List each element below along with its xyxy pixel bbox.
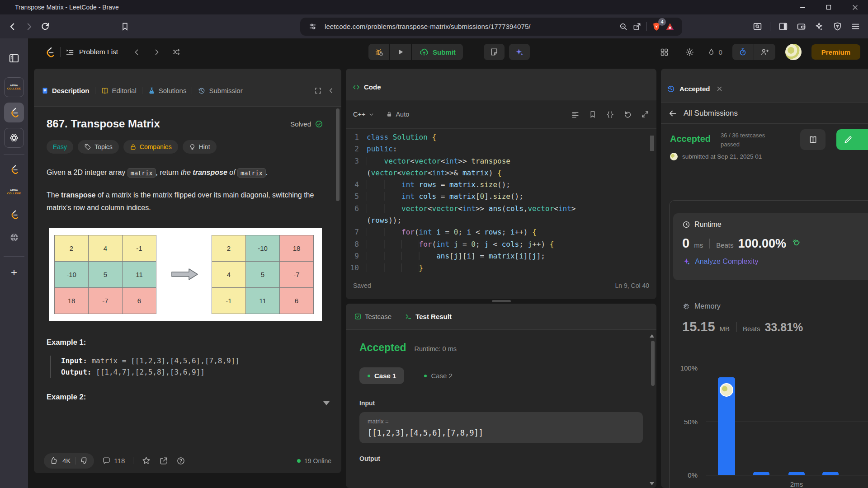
- analyze-complexity-link[interactable]: Analyze Complexity: [682, 257, 868, 266]
- thumbs-down-icon[interactable]: [80, 456, 89, 465]
- tab-test-result[interactable]: Test Result: [404, 311, 453, 322]
- tab-apna-college[interactable]: APNACOLLEGE: [4, 77, 24, 97]
- editorial-book-button[interactable]: [800, 129, 826, 150]
- timer-icon[interactable]: [732, 47, 754, 56]
- tab-description[interactable]: Description: [40, 85, 90, 96]
- back-arrow-icon[interactable]: [668, 109, 677, 118]
- braces-icon[interactable]: [606, 110, 614, 119]
- brave-shield-icon[interactable]: 4: [650, 20, 663, 33]
- test-scroll-down[interactable]: [650, 482, 654, 485]
- tab-accepted-submission[interactable]: Accepted: [666, 84, 710, 94]
- back-button[interactable]: [5, 19, 21, 35]
- input-box[interactable]: matrix = [[1,2,3],[4,5,6],[7,8,9]]: [359, 412, 643, 443]
- favicon-globe[interactable]: [4, 227, 24, 247]
- auto-save-toggle[interactable]: Auto: [386, 111, 409, 118]
- code-line[interactable]: 8 for(int j = 0; j < cols; j++) {: [346, 239, 656, 250]
- share-solution-icon[interactable]: [159, 456, 168, 465]
- test-scroll-up[interactable]: [650, 334, 654, 338]
- sidebar-panel-icon[interactable]: [775, 19, 791, 35]
- code-line[interactable]: 7 for(int i = 0; i < rows; i++) {: [346, 226, 656, 238]
- shuffle-icon[interactable]: [169, 44, 184, 60]
- tab-chatgpt[interactable]: [4, 128, 24, 148]
- fullscreen-icon[interactable]: [314, 87, 322, 94]
- code-line[interactable]: 1class Solution {: [346, 131, 656, 143]
- close-button[interactable]: [842, 0, 868, 14]
- chart-bar-3ms[interactable]: [822, 472, 839, 475]
- wallet-icon[interactable]: [793, 19, 809, 35]
- help-icon[interactable]: [176, 456, 185, 465]
- run-button[interactable]: [390, 44, 411, 60]
- url-text[interactable]: leetcode.com/problems/transpose-matrix/s…: [325, 23, 617, 30]
- expand-editor-icon[interactable]: [641, 110, 649, 119]
- submit-button[interactable]: Submit: [412, 44, 463, 60]
- favicon-leetcode-2[interactable]: [4, 205, 24, 225]
- bookmark-icon[interactable]: [117, 19, 133, 35]
- leo-ai-icon[interactable]: [811, 19, 827, 35]
- code-line[interactable]: 10 }: [346, 262, 656, 274]
- code-line[interactable]: 3 vector<vector<int>> transpose: [346, 155, 656, 167]
- test-scrollbar[interactable]: [651, 341, 655, 386]
- language-selector[interactable]: C++: [353, 111, 374, 118]
- case-1-tab[interactable]: Case 1: [359, 367, 404, 384]
- memory-tile[interactable]: Memory 15.15 MB Beats 33.81%: [682, 302, 868, 334]
- scroll-down-indicator[interactable]: [323, 401, 330, 405]
- write-solution-button[interactable]: [836, 129, 868, 150]
- menu-icon[interactable]: [847, 19, 863, 35]
- tab-testcase[interactable]: Testcase: [353, 311, 392, 322]
- layout-grid-icon[interactable]: [656, 44, 672, 60]
- ai-sparkles-button[interactable]: [509, 44, 530, 60]
- code-line[interactable]: 5 int cols = matrix[0].size();: [346, 191, 656, 202]
- premium-button[interactable]: Premium: [811, 44, 860, 60]
- zoom-out-icon[interactable]: [617, 20, 630, 33]
- code-editor[interactable]: 1class Solution {2public:3 vector<vector…: [346, 129, 656, 276]
- vpn-shield-icon[interactable]: [829, 19, 845, 35]
- prev-problem-button[interactable]: [129, 44, 144, 60]
- tab-leetcode-active[interactable]: [4, 103, 24, 122]
- chart-bar-2ms[interactable]: [788, 472, 805, 475]
- address-bar[interactable]: leetcode.com/problems/transpose-matrix/s…: [300, 18, 682, 36]
- close-tab-icon[interactable]: [716, 85, 723, 92]
- code-line[interactable]: (vector<vector<int>>& matrix) {: [346, 167, 656, 179]
- reload-button[interactable]: [37, 19, 53, 35]
- bookmark-code-icon[interactable]: [589, 110, 597, 119]
- cursor-position[interactable]: Ln 9, Col 40: [615, 282, 650, 289]
- collaborate-icon[interactable]: [754, 47, 775, 56]
- add-tab-button[interactable]: +: [4, 263, 24, 282]
- tab-editorial[interactable]: Editorial: [100, 85, 137, 97]
- site-settings-icon[interactable]: [306, 20, 319, 33]
- hint-pill[interactable]: Hint: [183, 140, 217, 154]
- code-line[interactable]: 2public:: [346, 143, 656, 155]
- comments-stat[interactable]: 118: [102, 456, 125, 465]
- problem-list-link[interactable]: Problem List: [79, 48, 118, 56]
- settings-gear-icon[interactable]: [682, 44, 697, 60]
- chart-bar-1ms[interactable]: [753, 472, 769, 475]
- reset-code-icon[interactable]: [623, 110, 632, 119]
- streak-counter[interactable]: 0: [707, 48, 722, 56]
- next-problem-button[interactable]: [149, 44, 164, 60]
- leetcode-logo[interactable]: [43, 46, 56, 58]
- code-line[interactable]: 9 ans[j][i] = matrix[i][j];: [346, 250, 656, 262]
- case-2-tab[interactable]: Case 2: [416, 367, 461, 384]
- difficulty-badge[interactable]: Easy: [47, 140, 73, 154]
- sidebar-toggle-icon[interactable]: [4, 48, 24, 68]
- notes-button[interactable]: [484, 44, 505, 60]
- code-line[interactable]: 4 int rows = matrix.size();: [346, 179, 656, 191]
- topics-pill[interactable]: Topics: [78, 140, 119, 154]
- companies-pill[interactable]: Companies: [123, 140, 178, 154]
- user-avatar[interactable]: [785, 44, 802, 60]
- format-code-icon[interactable]: [571, 110, 580, 119]
- forward-button[interactable]: [21, 19, 37, 35]
- minimize-button[interactable]: [789, 0, 816, 14]
- code-line[interactable]: (rows));: [346, 215, 656, 226]
- maximize-button[interactable]: [816, 0, 842, 14]
- runtime-distribution-chart[interactable]: 100%50%0%2ms: [679, 357, 868, 488]
- favicon-apna-college[interactable]: APNACOLLEGE: [4, 182, 24, 202]
- favicon-leetcode[interactable]: [4, 160, 24, 179]
- editor-scrollbar[interactable]: [650, 136, 654, 151]
- all-submissions-link[interactable]: All Submissions: [684, 109, 738, 118]
- description-scrollbar[interactable]: [336, 108, 340, 201]
- thumbs-up-icon[interactable]: [49, 456, 58, 465]
- brave-rewards-icon[interactable]: [663, 20, 677, 33]
- problem-list-icon[interactable]: [65, 47, 75, 57]
- tab-solutions[interactable]: Solutions: [147, 85, 188, 96]
